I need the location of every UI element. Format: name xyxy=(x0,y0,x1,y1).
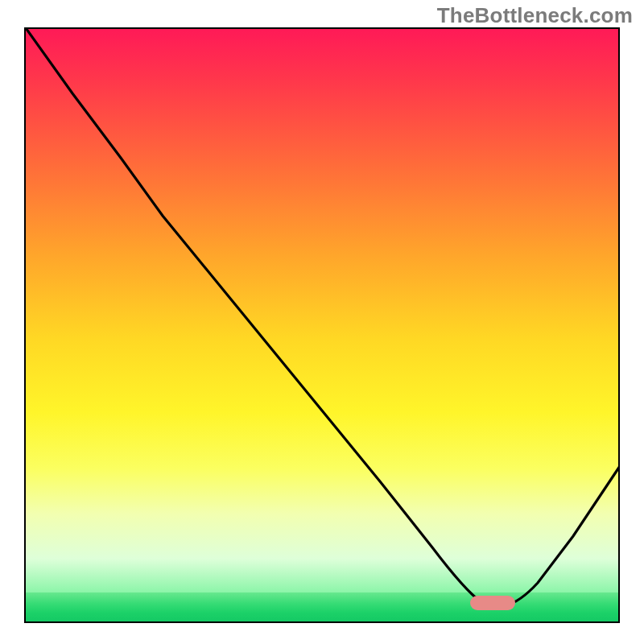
chart-root: TheBottleneck.com xyxy=(0,0,644,644)
bottleneck-curve xyxy=(26,29,618,621)
optimal-marker xyxy=(470,596,515,610)
watermark-text: TheBottleneck.com xyxy=(437,3,633,28)
curve-path xyxy=(26,29,618,606)
plot-area xyxy=(24,27,620,623)
